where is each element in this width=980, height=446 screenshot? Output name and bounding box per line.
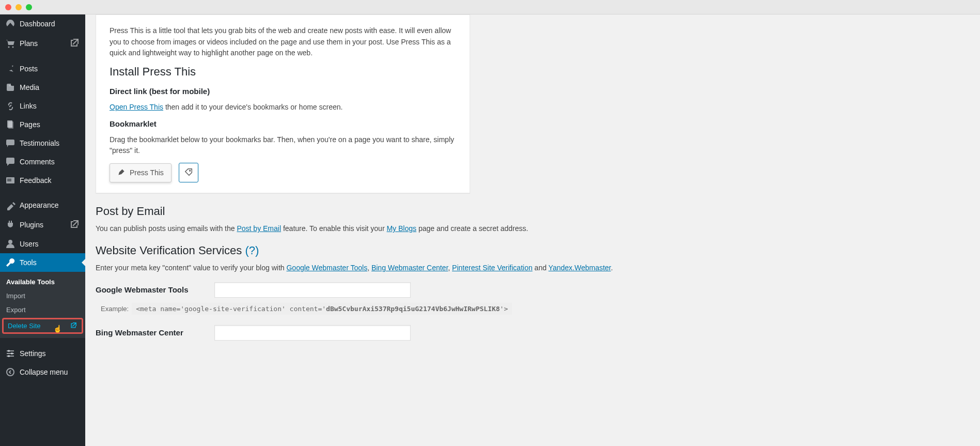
svg-rect-9 [7, 180, 11, 181]
pin-icon [5, 64, 15, 74]
svg-point-3 [10, 85, 11, 86]
bing-webmaster-label: Bing Webmaster Center [96, 325, 204, 337]
link-icon [5, 101, 15, 111]
submenu-item-export[interactable]: Export [0, 303, 85, 317]
sidebar-item-media[interactable]: Media [0, 78, 85, 97]
svg-point-1 [12, 46, 14, 48]
post-by-email-link[interactable]: Post by Email [237, 224, 281, 233]
users-icon [5, 239, 15, 249]
plugin-icon [5, 220, 15, 230]
install-press-this-heading: Install Press This [110, 65, 456, 79]
svg-point-0 [8, 46, 10, 48]
verification-intro: Enter your meta key "content" value to v… [96, 264, 970, 272]
svg-point-16 [8, 355, 10, 357]
cart-icon [5, 38, 15, 49]
sidebar-item-label: Links [20, 102, 37, 110]
comment-icon [5, 157, 15, 167]
sidebar-item-label: Settings [20, 349, 46, 358]
google-webmaster-row: Google Webmaster Tools [96, 282, 509, 298]
svg-point-14 [8, 350, 10, 352]
sidebar-item-pages[interactable]: Pages [0, 115, 85, 134]
sidebar-item-label: Tools [20, 258, 37, 267]
verification-help-link[interactable]: (?) [245, 244, 259, 257]
google-webmaster-input[interactable] [214, 282, 411, 298]
sidebar-item-tools[interactable]: Tools [0, 253, 85, 272]
sidebar-item-plugins[interactable]: Plugins [0, 214, 85, 235]
sidebar-item-collapse-menu[interactable]: Collapse menu [0, 363, 85, 381]
sidebar-item-comments[interactable]: Comments [0, 152, 85, 171]
google-webmaster-label: Google Webmaster Tools [96, 282, 204, 294]
sidebar-item-appearance[interactable]: Appearance [0, 196, 85, 214]
sidebar-item-label: Dashboard [20, 20, 55, 28]
my-blogs-link[interactable]: My Blogs [386, 224, 416, 233]
post-by-email-heading: Post by Email [96, 205, 970, 218]
sidebar-item-label: Appearance [20, 201, 59, 209]
submenu-item-label: Export [6, 306, 26, 314]
sidebar-item-feedback[interactable]: Feedback [0, 171, 85, 190]
maximize-window-dot[interactable] [26, 4, 32, 10]
pages-icon [5, 119, 15, 130]
cursor-hand-icon: ☝ [53, 325, 62, 333]
direct-link-text: Open Press This then add it to your devi… [110, 102, 456, 113]
svg-rect-8 [7, 179, 11, 180]
verification-link-0[interactable]: Google Webmaster Tools [286, 264, 367, 272]
verification-heading: Website Verification Services (?) [96, 244, 970, 257]
sidebar-item-label: Comments [20, 158, 55, 166]
copy-bookmarklet-button[interactable] [179, 163, 198, 182]
sidebar-item-label: Users [20, 240, 39, 248]
sidebar-item-users[interactable]: Users [0, 235, 85, 253]
settings-icon [5, 348, 15, 359]
submenu-item-import[interactable]: Import [0, 289, 85, 303]
press-this-card: Press This is a little tool that lets yo… [96, 14, 470, 193]
external-icon [70, 219, 80, 230]
sidebar-item-label: Posts [20, 65, 38, 73]
sidebar-item-label: Plans [20, 39, 38, 48]
svg-rect-6 [6, 140, 14, 145]
svg-point-18 [190, 170, 191, 171]
press-this-bookmarklet-button[interactable]: Press This [110, 163, 172, 182]
press-this-intro: Press This is a little tool that lets yo… [110, 25, 456, 59]
submenu-item-delete-site[interactable]: Delete Site☝ [2, 318, 83, 334]
close-window-dot[interactable] [5, 4, 11, 10]
testimonial-icon [5, 138, 15, 148]
direct-link-heading: Direct link (best for mobile) [110, 87, 456, 96]
sidebar-item-links[interactable]: Links [0, 97, 85, 115]
tag-icon [184, 167, 193, 178]
sidebar-item-dashboard[interactable]: Dashboard [0, 14, 85, 33]
dashboard-icon [5, 19, 15, 29]
sidebar-item-settings[interactable]: Settings [0, 344, 85, 363]
post-by-email-text: You can publish posts using emails with … [96, 224, 970, 233]
feedback-icon [5, 175, 15, 186]
bing-webmaster-row: Bing Webmaster Center [96, 325, 509, 341]
main-content: Press This is a little tool that lets yo… [85, 14, 980, 446]
verification-link-3[interactable]: Yandex.Webmaster [549, 264, 611, 272]
minimize-window-dot[interactable] [15, 4, 22, 10]
submenu-item-available-tools[interactable]: Available Tools [0, 275, 85, 289]
submenu-item-label: Delete Site [8, 322, 41, 330]
sidebar-item-plans[interactable]: Plans [0, 33, 85, 53]
submenu-item-label: Import [6, 292, 25, 300]
sidebar-item-testimonials[interactable]: Testimonials [0, 134, 85, 152]
external-icon [70, 321, 77, 330]
tools-icon [5, 257, 15, 268]
open-press-this-link[interactable]: Open Press This [110, 103, 163, 111]
window-titlebar [0, 0, 980, 14]
external-icon [70, 37, 80, 49]
verification-link-1[interactable]: Bing Webmaster Center [371, 264, 448, 272]
bing-webmaster-input[interactable] [214, 325, 411, 341]
media-icon [5, 82, 15, 93]
sidebar-item-label: Feedback [20, 176, 51, 184]
svg-point-2 [9, 85, 10, 86]
collapse-icon [5, 367, 15, 377]
tools-submenu: Available ToolsImportExportDelete Site☝ [0, 272, 85, 338]
svg-point-17 [7, 368, 14, 376]
google-example-code: <meta name='google-site-verification' co… [132, 303, 512, 315]
svg-point-15 [11, 352, 13, 355]
bookmarklet-text: Drag the bookmarklet below to your bookm… [110, 134, 456, 157]
sidebar-item-posts[interactable]: Posts [0, 59, 85, 78]
submenu-item-label: Available Tools [6, 278, 55, 286]
google-example-row: Example: <meta name='google-site-verific… [101, 303, 970, 315]
verification-link-2[interactable]: Pinterest Site Verification [452, 264, 533, 272]
sidebar-item-label: Media [20, 83, 39, 91]
svg-point-10 [8, 240, 12, 244]
